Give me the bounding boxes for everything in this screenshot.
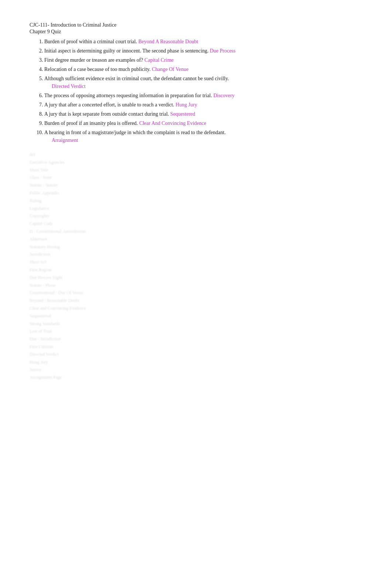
quiz-item-7: A jury that after a concerted effort, is…	[44, 101, 362, 109]
question-text: Initial aspect is determining guilty or …	[44, 48, 210, 54]
question-text: A jury that is kept separate from outsid…	[44, 111, 170, 117]
quiz-item-8: A jury that is kept separate from outsid…	[44, 110, 362, 118]
chapter-title: Chapter 9 Quiz	[30, 29, 362, 35]
answer-text: Arraignment	[52, 137, 78, 143]
question-text: A hearing in front of a magistrate/judge…	[44, 130, 226, 135]
answer-text: Sequestered	[170, 111, 195, 117]
blurred-line-18: Constitutional / Due Of Venue	[30, 290, 362, 296]
blurred-line-2: Short Title	[30, 167, 362, 173]
answer-text: Clear And Convincing Evidence	[139, 120, 206, 126]
blurred-line-20: Clear and Convincing Evidence	[30, 305, 362, 312]
blurred-line-11: Aldermen	[30, 236, 362, 242]
blurred-line-23: Law of Trial	[30, 328, 362, 334]
answer-text: Discovery	[213, 93, 235, 98]
question-text: Although sufficient evidence exist in cr…	[44, 76, 229, 81]
blurred-line-3: Glass / State	[30, 174, 362, 181]
blurred-line-26: Directed Verdict	[30, 351, 362, 358]
blurred-line-22: Strong Standards	[30, 321, 362, 327]
blurred-line-12: Statutory Having	[30, 244, 362, 250]
quiz-item-9: Burden of proof if an insanity plea is o…	[44, 119, 362, 127]
blurred-section: defExecutive AgenciesShort TitleGlass / …	[30, 152, 362, 381]
quiz-item-2: Initial aspect is determining guilty or …	[44, 47, 362, 55]
answer-text: Capital Crime	[144, 57, 173, 63]
blurred-line-9: Capital Code	[30, 221, 362, 227]
question-text: Relocation of a case because of too much…	[44, 67, 152, 72]
quiz-item-5: Although sufficient evidence exist in cr…	[44, 75, 362, 90]
blurred-content: defExecutive AgenciesShort TitleGlass / …	[30, 152, 362, 381]
blurred-line-16: Due Process Eight	[30, 275, 362, 281]
quiz-list: Burden of proof within a criminal court …	[30, 38, 362, 144]
quiz-item-1: Burden of proof within a criminal court …	[44, 38, 362, 45]
blurred-line-28: Justice	[30, 367, 362, 373]
blurred-line-5: Public Appendix	[30, 190, 362, 196]
question-text: First degree murder or treason are examp…	[44, 57, 144, 63]
quiz-item-4: Relocation of a case because of too much…	[44, 65, 362, 73]
blurred-line-25: First Citizens	[30, 344, 362, 350]
blurred-line-13: Jurisdiction	[30, 251, 362, 258]
blurred-line-10: D - Constitutional Amendments	[30, 228, 362, 235]
answer-text: Hung Jury	[175, 102, 197, 108]
blurred-line-21: Sequestered	[30, 313, 362, 319]
answer-text: Change Of Venue	[152, 67, 188, 72]
blurred-line-7: Legislative	[30, 205, 362, 212]
blurred-line-15: First Region	[30, 267, 362, 273]
quiz-item-6: The process of opposing attorneys reques…	[44, 92, 362, 99]
blurred-line-17: Statute / Phase	[30, 282, 362, 289]
question-text: Burden of proof if an insanity plea is o…	[44, 120, 139, 126]
question-text: The process of opposing attorneys reques…	[44, 93, 213, 98]
blurred-line-27: Hung Jury	[30, 359, 362, 365]
answer-text: Beyond A Reasonable Doubt	[138, 39, 198, 44]
blurred-line-6: Ruling	[30, 198, 362, 204]
course-title: CJC-111- Introduction to Criminal Justic…	[30, 22, 362, 28]
quiz-item-10: A hearing in front of a magistrate/judge…	[44, 129, 362, 144]
blurred-line-8: Copyrights	[30, 213, 362, 219]
blurred-line-19: Beyond / Reasonable Doubt	[30, 297, 362, 304]
blurred-line-1: Executive Agencies	[30, 159, 362, 166]
page-container: CJC-111- Introduction to Criminal Justic…	[30, 22, 362, 381]
blurred-line-24: Due / Jurisdiction	[30, 336, 362, 342]
blurred-line-14: Short Act	[30, 259, 362, 265]
blurred-line-4: Statute / Statute	[30, 182, 362, 188]
answer-text: Due Process	[210, 48, 235, 54]
question-text: Burden of proof within a criminal court …	[44, 39, 138, 44]
quiz-item-3: First degree murder or treason are examp…	[44, 56, 362, 64]
blurred-line-0: def	[30, 152, 362, 158]
answer-text: Directed Verdict	[52, 84, 86, 89]
blurred-line-29: Arraignment Page	[30, 374, 362, 381]
question-text: A jury that after a concerted effort, is…	[44, 102, 175, 108]
